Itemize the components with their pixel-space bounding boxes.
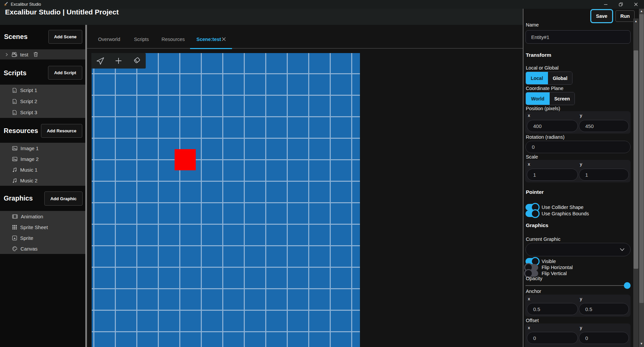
anchor-y-input[interactable]	[579, 303, 629, 315]
rotation-input[interactable]	[525, 141, 631, 153]
restore-icon	[619, 2, 623, 6]
plane-option-screen[interactable]: Screen	[550, 92, 574, 105]
use-collider-shape-label: Use Collider Shape	[542, 205, 584, 210]
scale-x-label: x	[528, 162, 530, 167]
position-y-label: y	[580, 113, 582, 118]
scroll-up-icon[interactable]: ▲	[633, 18, 639, 24]
select-tool-button[interactable]	[96, 56, 105, 66]
offset-x-label: x	[528, 325, 530, 330]
script-item[interactable]: 01 Script 1	[0, 85, 85, 96]
run-button[interactable]: Run	[615, 10, 635, 22]
scroll-down-icon[interactable]: ▼	[639, 341, 644, 346]
scale-x-input[interactable]	[527, 169, 578, 181]
script-item-label: Script 1	[20, 87, 37, 93]
position-x-input[interactable]	[527, 120, 578, 132]
transform-heading: Transform	[526, 52, 551, 58]
panel-scrollbar[interactable]: ▲	[633, 18, 639, 347]
scale-label: Scale	[526, 154, 538, 160]
add-graphic-button[interactable]: Add Graphic	[44, 191, 83, 206]
use-graphics-bounds-row: Use Graphics Bounds	[525, 210, 589, 217]
scripts-section-title: Scripts	[4, 69, 27, 77]
svg-text:01: 01	[13, 90, 15, 92]
excalibur-studio-window: Excalibur Studio Excalibur Studio | Unti…	[0, 0, 644, 347]
space-option-local[interactable]: Local	[526, 72, 548, 84]
tab-resources[interactable]: Resources	[162, 34, 185, 44]
project-title: Excalibur Studio | Untitled Project	[5, 8, 119, 16]
script-item[interactable]: 01 Script 3	[0, 107, 85, 118]
window-scrollbar[interactable]: ▲ ▼	[639, 9, 644, 347]
resource-item[interactable]: Music 1	[0, 164, 85, 175]
title-bar: Excalibur Studio	[0, 0, 644, 9]
palette-icon	[12, 246, 17, 251]
maximize-button[interactable]	[613, 0, 628, 9]
window-scrollbar-thumb[interactable]	[639, 14, 644, 303]
graphic-item[interactable]: Animation	[0, 211, 85, 222]
position-y-input[interactable]	[579, 120, 629, 132]
plane-segmented-control: World Screen	[525, 92, 575, 105]
opacity-slider-thumb[interactable]	[624, 282, 631, 289]
toggle-knob	[531, 209, 540, 218]
flip-horizontal-label: Flip Horizontal	[542, 265, 573, 270]
anchor-y-label: y	[580, 296, 582, 301]
scale-y-input[interactable]	[579, 169, 629, 181]
offset-y-input[interactable]	[579, 332, 629, 344]
offset-group: x y	[525, 323, 631, 347]
graphic-item[interactable]: Sprite	[0, 232, 85, 243]
save-button[interactable]: Save	[590, 9, 613, 23]
sidebar-scrollbar[interactable]	[85, 25, 87, 347]
tab-scripts[interactable]: Scripts	[134, 34, 149, 44]
use-graphics-bounds-toggle[interactable]	[525, 210, 538, 217]
space-segmented-control: Local Global	[525, 72, 572, 85]
name-label: Name	[526, 22, 539, 28]
music-note-icon	[12, 178, 17, 183]
scene-item-test[interactable]: test	[0, 49, 85, 59]
add-tool-button[interactable]	[114, 56, 123, 66]
panel-scrollbar-thumb[interactable]	[634, 50, 638, 269]
panel-divider[interactable]	[523, 9, 523, 347]
resource-item-label: Music 2	[20, 178, 38, 183]
anchor-x-input[interactable]	[527, 303, 578, 315]
graphic-item[interactable]: Canvas	[0, 243, 85, 254]
visible-label: Visible	[542, 259, 556, 264]
trash-icon[interactable]	[33, 52, 38, 57]
add-resource-button[interactable]: Add Resource	[41, 124, 82, 138]
scroll-up-icon[interactable]: ▲	[639, 9, 644, 13]
scene-viewport[interactable]	[92, 53, 360, 347]
current-graphic-label: Current Graphic	[526, 236, 560, 242]
script-item[interactable]: 01 Script 2	[0, 96, 85, 107]
add-scene-button[interactable]: Add Scene	[48, 30, 82, 44]
offset-x-input[interactable]	[527, 332, 578, 344]
offset-y-label: y	[580, 325, 582, 330]
opacity-slider-track[interactable]	[525, 285, 630, 286]
close-button[interactable]	[628, 0, 643, 9]
resource-item[interactable]: Image 1	[0, 143, 85, 154]
position-x-label: x	[528, 113, 530, 118]
offset-label: Offset	[526, 318, 539, 323]
anchor-x-label: x	[528, 296, 530, 301]
scale-group: x y	[525, 160, 631, 182]
space-option-global[interactable]: Global	[548, 72, 572, 84]
minimize-button[interactable]	[598, 0, 613, 9]
script-file-icon: 01	[12, 110, 17, 115]
local-global-label: Local or Global	[526, 65, 559, 71]
resource-item[interactable]: Music 2	[0, 175, 85, 186]
plus-icon	[114, 56, 123, 65]
eraser-icon	[132, 56, 141, 65]
plane-option-world[interactable]: World	[526, 92, 550, 105]
eraser-tool-button[interactable]	[132, 56, 141, 66]
resources-list: Image 1 Image 2 Music 1 Music 2	[0, 143, 85, 186]
current-graphic-dropdown[interactable]	[525, 243, 631, 256]
resource-item[interactable]: Image 2	[0, 154, 85, 164]
add-script-button[interactable]: Add Script	[48, 66, 82, 80]
graphic-item[interactable]: Sprite Sheet	[0, 222, 85, 232]
tab-overworld[interactable]: Overworld	[98, 34, 120, 44]
script-file-icon: 01	[12, 99, 17, 104]
entity-name-input[interactable]	[525, 30, 631, 44]
resource-item-label: Image 2	[20, 156, 39, 162]
tab-scene-test[interactable]: Scene:test	[196, 34, 221, 44]
graphics-section-title: Graphics	[4, 194, 33, 202]
entity-red-square[interactable]	[175, 149, 196, 170]
tab-close-icon[interactable]	[221, 37, 226, 42]
graphic-item-label: Canvas	[20, 246, 38, 252]
chevron-right-icon[interactable]	[5, 53, 8, 56]
